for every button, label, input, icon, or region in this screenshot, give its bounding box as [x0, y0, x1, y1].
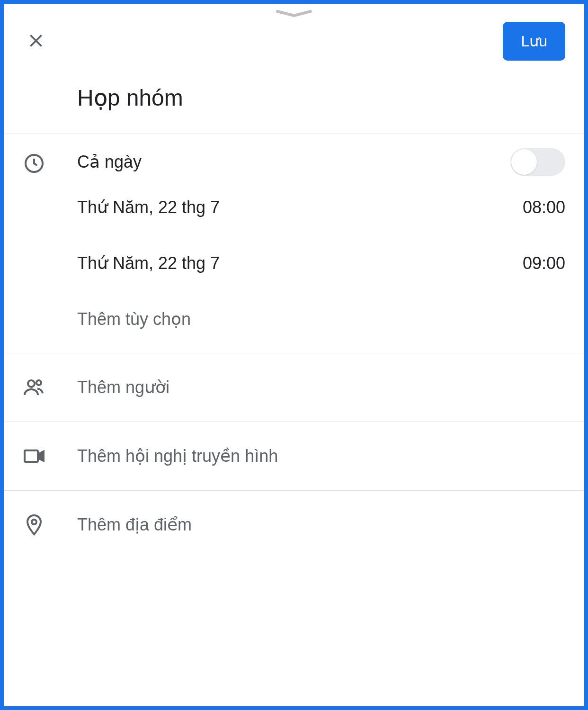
video-icon [23, 445, 77, 467]
clock-icon [23, 148, 77, 339]
drag-handle-icon[interactable] [4, 4, 584, 17]
save-button[interactable]: Lưu [503, 22, 565, 61]
start-datetime-row[interactable]: Thứ Năm, 22 thg 7 08:00 [77, 180, 565, 235]
people-icon [23, 376, 77, 399]
title-section[interactable]: Họp nhóm [4, 70, 584, 134]
end-datetime-row[interactable]: Thứ Năm, 22 thg 7 09:00 [77, 235, 565, 291]
all-day-toggle[interactable] [510, 148, 565, 176]
add-video-label: Thêm hội nghị truyền hình [77, 446, 278, 466]
app-container: Lưu Họp nhóm Cả ngày Thứ Năm, 22 thg 7 0… [4, 4, 584, 706]
add-video-row[interactable]: Thêm hội nghị truyền hình [4, 422, 584, 490]
svg-marker-6 [38, 451, 44, 461]
svg-point-4 [36, 380, 41, 385]
time-section: Cả ngày Thứ Năm, 22 thg 7 08:00 Thứ Năm,… [4, 134, 584, 353]
toggle-thumb [511, 149, 537, 175]
start-time[interactable]: 08:00 [523, 198, 565, 217]
close-button[interactable] [23, 27, 49, 55]
add-people-row[interactable]: Thêm người [4, 353, 584, 422]
add-location-label: Thêm địa điểm [77, 515, 192, 535]
add-location-row[interactable]: Thêm địa điểm [4, 491, 584, 541]
svg-point-7 [32, 520, 36, 524]
end-time[interactable]: 09:00 [523, 253, 565, 273]
svg-rect-5 [25, 450, 38, 462]
close-icon [27, 31, 45, 52]
add-people-label: Thêm người [77, 377, 169, 397]
time-content: Cả ngày Thứ Năm, 22 thg 7 08:00 Thứ Năm,… [77, 148, 565, 339]
event-title[interactable]: Họp nhóm [77, 84, 565, 111]
end-date[interactable]: Thứ Năm, 22 thg 7 [77, 253, 220, 273]
header: Lưu [4, 17, 584, 70]
location-icon [23, 513, 77, 536]
all-day-label: Cả ngày [77, 152, 142, 172]
all-day-row: Cả ngày [77, 148, 565, 180]
more-options-link[interactable]: Thêm tùy chọn [77, 291, 565, 339]
start-date[interactable]: Thứ Năm, 22 thg 7 [77, 198, 220, 217]
svg-point-3 [28, 380, 35, 387]
